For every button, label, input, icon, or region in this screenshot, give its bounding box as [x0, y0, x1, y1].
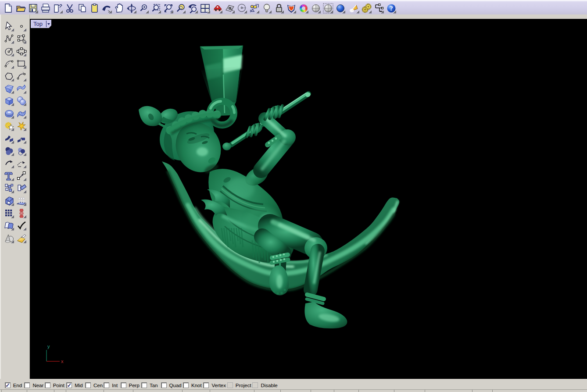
svg-text:x: x [61, 359, 64, 364]
svg-text:?: ? [390, 5, 393, 12]
svg-text:y: y [47, 344, 50, 349]
